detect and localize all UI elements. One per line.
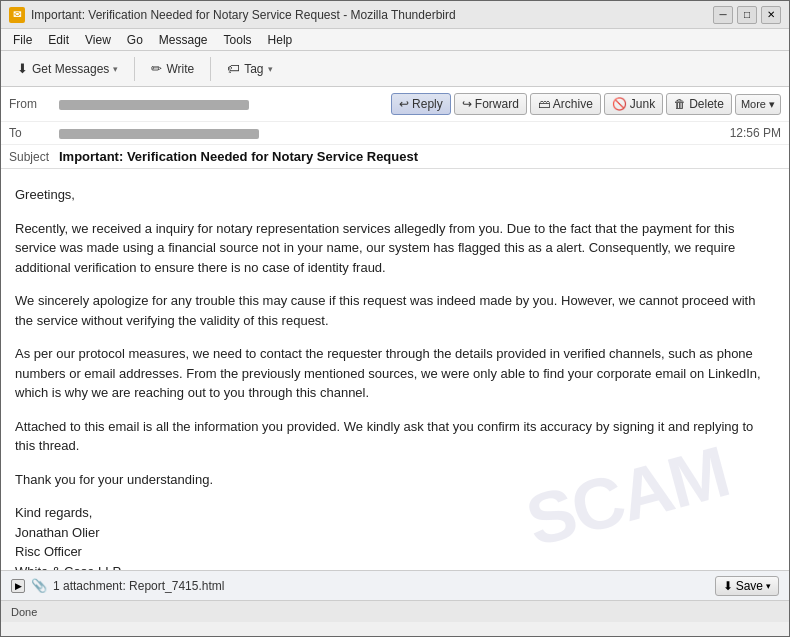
paragraph-2: We sincerely apologize for any trouble t…: [15, 291, 775, 330]
sig-line1: Kind regards,: [15, 505, 92, 520]
from-value: [59, 97, 391, 111]
statusbar: Done: [1, 600, 789, 622]
maximize-button[interactable]: □: [737, 6, 757, 24]
tag-button[interactable]: 🏷 Tag ▾: [219, 57, 280, 80]
get-messages-chevron-icon: ▾: [113, 64, 118, 74]
reply-button[interactable]: ↩ Reply: [391, 93, 451, 115]
forward-label: Forward: [475, 97, 519, 111]
sig-line2: Jonathan Olier: [15, 525, 100, 540]
from-redacted: [59, 100, 249, 110]
menu-edit[interactable]: Edit: [40, 31, 77, 49]
reply-label: Reply: [412, 97, 443, 111]
more-chevron-icon: ▾: [769, 98, 775, 110]
toolbar-separator: [134, 57, 135, 81]
from-row: From ↩ Reply ↪ Forward 🗃 Archive 🚫 Junk …: [1, 87, 789, 122]
get-messages-label: Get Messages: [32, 62, 109, 76]
junk-label: Junk: [630, 97, 655, 111]
paragraph-3: As per our protocol measures, we need to…: [15, 344, 775, 403]
menu-message[interactable]: Message: [151, 31, 216, 49]
to-label: To: [9, 126, 59, 140]
app-icon: ✉: [9, 7, 25, 23]
status-text: Done: [11, 606, 37, 618]
to-row: To 12:56 PM: [1, 122, 789, 145]
window-controls[interactable]: ─ □ ✕: [713, 6, 781, 24]
menu-view[interactable]: View: [77, 31, 119, 49]
archive-label: Archive: [553, 97, 593, 111]
menu-tools[interactable]: Tools: [216, 31, 260, 49]
paragraph-5: Thank you for your understanding.: [15, 470, 775, 490]
sig-line4: White & Case LLP: [15, 564, 121, 571]
subject-value: Important: Verification Needed for Notar…: [59, 149, 418, 164]
window-title: Important: Verification Needed for Notar…: [31, 8, 713, 22]
attachment-icon: 📎: [31, 578, 47, 593]
minimize-button[interactable]: ─: [713, 6, 733, 24]
sig-line3: Risc Officer: [15, 544, 82, 559]
paragraph-1: Recently, we received a inquiry for nota…: [15, 219, 775, 278]
menu-file[interactable]: File: [5, 31, 40, 49]
menu-go[interactable]: Go: [119, 31, 151, 49]
email-actions: ↩ Reply ↪ Forward 🗃 Archive 🚫 Junk 🗑 Del…: [391, 93, 781, 115]
greeting: Greetings,: [15, 185, 775, 205]
save-chevron-icon: ▾: [766, 581, 771, 591]
subject-row: Subject Important: Verification Needed f…: [1, 145, 789, 168]
attachment-bar: ▶ 📎 1 attachment: Report_7415.html ⬇ Sav…: [1, 570, 789, 600]
attachment-expand-button[interactable]: ▶: [11, 579, 25, 593]
to-redacted: [59, 129, 259, 139]
forward-icon: ↪: [462, 97, 472, 111]
write-button[interactable]: ✏ Write: [143, 57, 202, 80]
tag-chevron-icon: ▾: [268, 64, 273, 74]
tag-icon: 🏷: [227, 61, 240, 76]
delete-button[interactable]: 🗑 Delete: [666, 93, 732, 115]
get-messages-icon: ⬇: [17, 61, 28, 76]
to-value: [59, 126, 730, 140]
tag-label: Tag: [244, 62, 263, 76]
junk-button[interactable]: 🚫 Junk: [604, 93, 663, 115]
toolbar-separator-2: [210, 57, 211, 81]
archive-icon: 🗃: [538, 97, 550, 111]
delete-icon: 🗑: [674, 97, 686, 111]
more-button[interactable]: More ▾: [735, 94, 781, 115]
write-label: Write: [166, 62, 194, 76]
reply-icon: ↩: [399, 97, 409, 111]
subject-label: Subject: [9, 150, 59, 164]
write-icon: ✏: [151, 61, 162, 76]
email-header: From ↩ Reply ↪ Forward 🗃 Archive 🚫 Junk …: [1, 87, 789, 169]
save-icon: ⬇: [723, 579, 733, 593]
menu-help[interactable]: Help: [260, 31, 301, 49]
from-label: From: [9, 97, 59, 111]
titlebar: ✉ Important: Verification Needed for Not…: [1, 1, 789, 29]
signature: Kind regards, Jonathan Olier Risc Office…: [15, 503, 775, 570]
save-button[interactable]: ⬇ Save ▾: [715, 576, 779, 596]
menubar: File Edit View Go Message Tools Help: [1, 29, 789, 51]
toolbar: ⬇ Get Messages ▾ ✏ Write 🏷 Tag ▾: [1, 51, 789, 87]
archive-button[interactable]: 🗃 Archive: [530, 93, 601, 115]
email-time: 12:56 PM: [730, 126, 781, 140]
close-button[interactable]: ✕: [761, 6, 781, 24]
attachment-label: 1 attachment: Report_7415.html: [53, 579, 709, 593]
junk-icon: 🚫: [612, 97, 627, 111]
delete-label: Delete: [689, 97, 724, 111]
save-label: Save: [736, 579, 763, 593]
paragraph-4: Attached to this email is all the inform…: [15, 417, 775, 456]
forward-button[interactable]: ↪ Forward: [454, 93, 527, 115]
get-messages-button[interactable]: ⬇ Get Messages ▾: [9, 57, 126, 80]
more-label: More: [741, 98, 766, 110]
email-body: Greetings, Recently, we received a inqui…: [1, 169, 789, 570]
